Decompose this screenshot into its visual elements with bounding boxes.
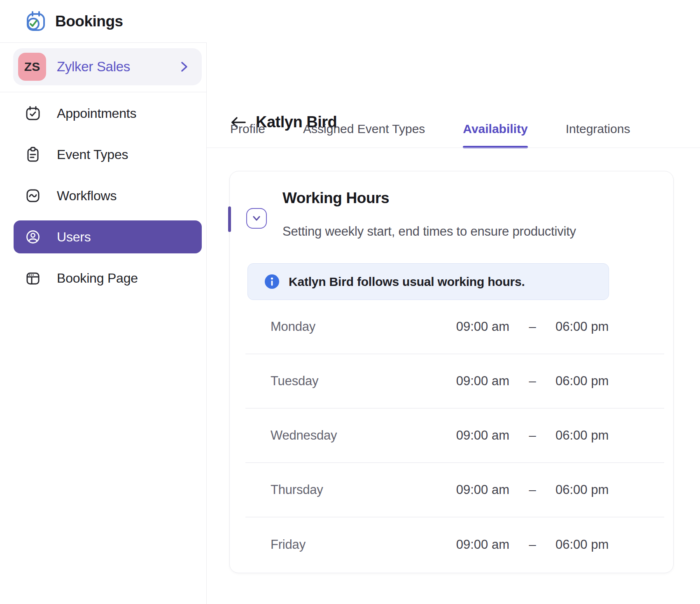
tab-profile[interactable]: Profile [230,122,265,147]
sidebar-item-label: Appointments [57,106,136,121]
bookings-logo-icon [24,9,48,33]
start-time: 09:00 am [448,428,509,443]
working-hours-row: Thursday 09:00 am – 06:00 pm [245,463,664,517]
sidebar-item-booking-page[interactable]: Booking Page [0,258,206,299]
working-hours-row: Monday 09:00 am – 06:00 pm [245,300,664,354]
sidebar: ZS Zylker Sales Appointments [0,42,207,604]
sidebar-item-users[interactable]: Users [0,216,206,258]
info-banner: Katlyn Bird follows usual working hours. [247,263,609,300]
collapse-section-button[interactable] [246,208,267,229]
working-hours-row: Wednesday 09:00 am – 06:00 pm [245,409,664,463]
start-time: 09:00 am [448,374,509,389]
time-range-dash: – [509,428,555,443]
tab-availability[interactable]: Availability [463,122,527,147]
topbar: Bookings [0,0,700,42]
user-circle-icon [25,229,41,245]
day-label: Friday [271,537,448,552]
card-subtitle: Setting weekly start, end times to ensur… [282,224,576,239]
info-icon [264,274,280,289]
end-time: 06:00 pm [555,319,621,334]
org-switcher[interactable]: ZS Zylker Sales [13,48,202,85]
brand: Bookings [24,0,123,42]
day-label: Wednesday [271,428,448,443]
tab-label: Integrations [566,122,630,136]
calendar-check-icon [25,105,41,122]
divider [0,92,206,92]
working-hours-list: Monday 09:00 am – 06:00 pm Tuesday 09:00… [245,300,664,572]
sidebar-item-appointments[interactable]: Appointments [0,93,206,134]
day-label: Monday [271,319,448,334]
tab-label: Profile [230,122,265,136]
end-time: 06:00 pm [555,428,621,443]
working-hours-row: Friday 09:00 am – 06:00 pm [245,517,664,572]
org-initials: ZS [24,60,40,74]
start-time: 09:00 am [448,482,509,497]
time-range-dash: – [509,537,555,552]
browser-window-icon [25,270,41,286]
tab-integrations[interactable]: Integrations [566,122,630,147]
main-content: Katlyn Bird Profile Assigned Event Types… [207,42,700,604]
start-time: 09:00 am [448,537,509,552]
card-title: Working Hours [282,190,389,207]
sidebar-item-workflows[interactable]: Workflows [0,175,206,216]
time-range-dash: – [509,482,555,497]
clipboard-icon [25,146,41,163]
app-window: Bookings ZS Zylker Sales Appointment [0,0,700,604]
sidebar-item-label: Workflows [57,188,117,204]
working-hours-row: Tuesday 09:00 am – 06:00 pm [245,354,664,409]
info-banner-text: Katlyn Bird follows usual working hours. [289,275,525,289]
active-tab-underline [463,146,527,148]
end-time: 06:00 pm [555,482,621,497]
end-time: 06:00 pm [555,374,621,389]
section-accent-bar [228,206,231,232]
chevron-right-icon [177,60,191,74]
tab-assigned-event-types[interactable]: Assigned Event Types [303,122,425,147]
sidebar-item-label: Booking Page [57,271,138,286]
end-time: 06:00 pm [555,537,621,552]
day-label: Thursday [271,482,448,497]
sidebar-menu: Appointments Event Types Workflows [0,93,206,299]
working-hours-card: Working Hours Setting weekly start, end … [229,171,674,573]
org-name: Zylker Sales [57,59,130,75]
chevron-down-icon [251,213,262,224]
org-avatar: ZS [18,53,46,81]
tab-label: Assigned Event Types [303,122,425,136]
app-title: Bookings [55,13,123,30]
time-range-dash: – [509,374,555,389]
day-label: Tuesday [271,374,448,389]
tab-bar: Profile Assigned Event Types Availabilit… [230,122,630,147]
sidebar-item-label: Event Types [57,147,128,162]
time-range-dash: – [509,319,555,334]
tab-bar-divider [207,147,700,148]
workflow-wave-icon [25,187,41,204]
sidebar-item-label: Users [57,229,91,245]
sidebar-item-event-types[interactable]: Event Types [0,134,206,175]
tab-label: Availability [463,122,527,136]
start-time: 09:00 am [448,319,509,334]
